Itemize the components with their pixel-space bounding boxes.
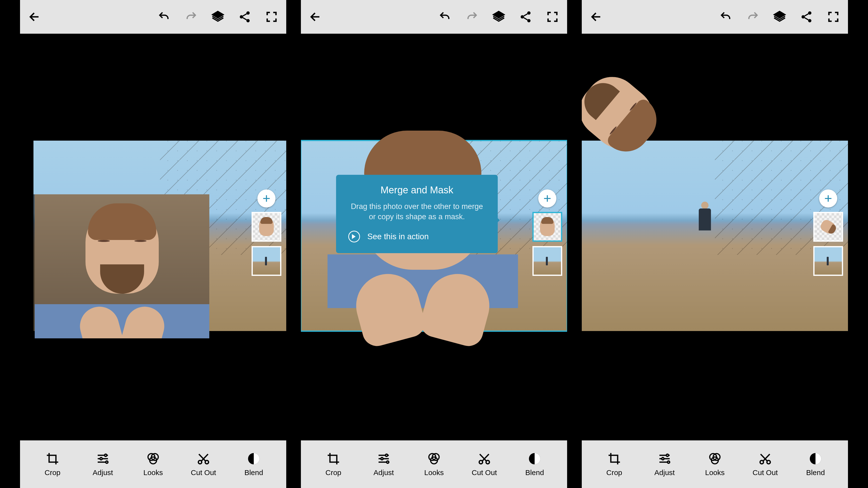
svg-point-26: [808, 19, 812, 23]
undo-button[interactable]: [438, 9, 452, 24]
back-button[interactable]: [27, 9, 42, 24]
svg-point-13: [521, 15, 524, 19]
looks-tool[interactable]: Looks: [133, 452, 173, 477]
blend-tool[interactable]: Blend: [796, 452, 835, 477]
cutout-label: Cut Out: [472, 468, 497, 477]
svg-point-14: [527, 19, 531, 23]
cutout-tool[interactable]: Cut Out: [184, 452, 223, 477]
adjust-label: Adjust: [373, 468, 394, 477]
svg-point-25: [802, 15, 805, 19]
svg-point-9: [198, 460, 202, 464]
fullscreen-button[interactable]: [545, 9, 560, 24]
adjust-label: Adjust: [93, 468, 113, 477]
adjust-label: Adjust: [654, 468, 675, 477]
top-toolbar: [582, 0, 848, 34]
svg-point-17: [386, 461, 389, 463]
looks-tool[interactable]: Looks: [414, 452, 454, 477]
merge-mask-tooltip: Merge and Mask Drag this photo over the …: [336, 175, 498, 253]
crop-label: Crop: [325, 468, 341, 477]
svg-point-22: [486, 460, 490, 464]
svg-point-4: [100, 457, 102, 460]
svg-point-24: [808, 11, 812, 15]
back-button[interactable]: [308, 9, 323, 24]
layer-thumbnail-landscape[interactable]: [532, 246, 562, 276]
tooltip-title: Merge and Mask: [348, 185, 486, 196]
share-button[interactable]: [799, 9, 814, 24]
crop-tool[interactable]: Crop: [314, 452, 353, 477]
fullscreen-button[interactable]: [826, 9, 841, 24]
top-toolbar: [20, 0, 286, 34]
blend-label: Blend: [525, 468, 544, 477]
layer-thumbnail-portrait[interactable]: [252, 212, 281, 242]
redo-button: [465, 9, 479, 24]
redo-button: [184, 9, 198, 24]
layer-thumbnail-cutout[interactable]: [813, 212, 843, 242]
svg-point-10: [205, 460, 209, 464]
looks-label: Looks: [424, 468, 444, 477]
layer-thumbnail-portrait-selected[interactable]: [532, 212, 562, 242]
svg-point-5: [106, 461, 108, 463]
cutout-tool[interactable]: Cut Out: [746, 452, 785, 477]
blend-label: Blend: [245, 468, 263, 477]
back-button[interactable]: [589, 9, 604, 24]
blend-label: Blend: [806, 468, 825, 477]
layers-button[interactable]: [211, 9, 225, 24]
layer-thumbnail-landscape[interactable]: [813, 246, 843, 276]
cutout-tool[interactable]: Cut Out: [465, 452, 504, 477]
layer-panel: [532, 189, 562, 276]
undo-button[interactable]: [157, 9, 172, 24]
svg-point-3: [104, 454, 107, 456]
svg-point-12: [527, 11, 531, 15]
tooltip-see-in-action[interactable]: See this in action: [348, 231, 486, 242]
editor-screen-2: Merge and Mask Drag this photo over the …: [301, 0, 567, 488]
crop-label: Crop: [606, 468, 622, 477]
editor-canvas[interactable]: Merge and Mask Drag this photo over the …: [301, 34, 567, 441]
svg-point-21: [479, 460, 483, 464]
adjust-tool[interactable]: Adjust: [364, 452, 403, 477]
redo-button: [745, 9, 760, 24]
layer-thumbnail-landscape[interactable]: [252, 246, 281, 276]
layer-panel: [813, 189, 843, 276]
cutout-photo-layer-rotated[interactable]: [582, 83, 702, 209]
svg-point-0: [246, 11, 250, 15]
blend-tool[interactable]: Blend: [515, 452, 554, 477]
layers-button[interactable]: [491, 9, 506, 24]
undo-button[interactable]: [718, 9, 733, 24]
looks-label: Looks: [143, 468, 163, 477]
svg-point-2: [246, 19, 250, 23]
add-layer-button[interactable]: [819, 189, 837, 207]
crop-tool[interactable]: Crop: [595, 452, 634, 477]
svg-point-29: [668, 461, 670, 463]
top-toolbar: [301, 0, 567, 34]
crop-tool[interactable]: Crop: [33, 452, 72, 477]
share-button[interactable]: [518, 9, 533, 24]
cutout-label: Cut Out: [752, 468, 778, 477]
tooltip-body: Drag this photo over the other to merge …: [348, 201, 486, 222]
bottom-toolbar: Crop Adjust Looks Cut Out Blend: [301, 441, 567, 488]
editor-screen-1: Crop Adjust Looks Cut Out Blend: [20, 0, 286, 488]
svg-point-1: [240, 15, 243, 19]
svg-point-27: [666, 454, 669, 456]
layer-panel: [252, 189, 281, 276]
svg-point-28: [662, 457, 664, 460]
adjust-tool[interactable]: Adjust: [645, 452, 684, 477]
fullscreen-button[interactable]: [264, 9, 279, 24]
looks-tool[interactable]: Looks: [695, 452, 735, 477]
editor-canvas[interactable]: [20, 34, 286, 441]
bottom-toolbar: Crop Adjust Looks Cut Out Blend: [20, 441, 286, 488]
svg-point-34: [767, 460, 770, 464]
adjust-tool[interactable]: Adjust: [83, 452, 122, 477]
layers-button[interactable]: [772, 9, 787, 24]
add-layer-button[interactable]: [257, 189, 276, 207]
blend-tool[interactable]: Blend: [234, 452, 273, 477]
play-icon: [348, 231, 360, 242]
tooltip-action-label: See this in action: [367, 232, 429, 241]
editor-canvas[interactable]: [582, 34, 848, 441]
crop-label: Crop: [44, 468, 60, 477]
share-button[interactable]: [238, 9, 252, 24]
editor-screen-3: Crop Adjust Looks Cut Out Blend: [582, 0, 848, 488]
add-layer-button[interactable]: [538, 189, 556, 207]
svg-point-15: [385, 454, 388, 456]
bottom-toolbar: Crop Adjust Looks Cut Out Blend: [582, 441, 848, 488]
foreground-photo-layer[interactable]: [20, 194, 209, 390]
